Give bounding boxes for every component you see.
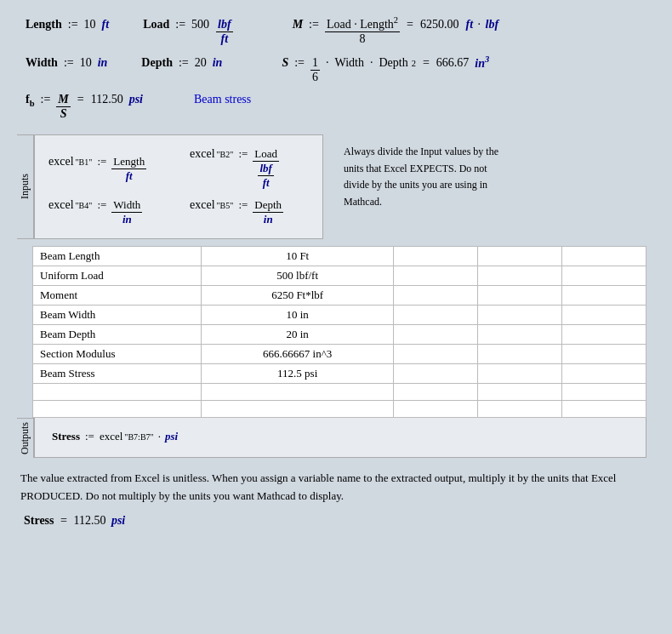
moment-formula: M := Load · Length2 8 = 6250.00 ft · lbf xyxy=(293,15,498,46)
bottom-text: The value extracted from Excel is unitle… xyxy=(17,470,655,505)
excel-b5: excel "B5" := Depth in xyxy=(190,198,305,226)
fb-eq: = xyxy=(77,93,84,106)
outputs-right-spacer xyxy=(646,418,655,458)
bottom-val: 112.50 xyxy=(73,514,105,527)
row-label: Beam Length xyxy=(33,247,202,266)
s-depth: Depth xyxy=(379,56,407,70)
excel-b2: excel "B2" := Load lbf ft xyxy=(190,147,305,190)
row-value xyxy=(394,345,478,364)
depth-formula: Depth := 20 in xyxy=(141,56,222,70)
inputs-box: excel "B1" := Length ft excel "B2" := xyxy=(34,134,323,239)
bottom-stress-label: Stress xyxy=(24,514,54,527)
load-assign: := xyxy=(175,18,185,31)
s-unit: in3 xyxy=(475,54,489,71)
row-label: Section Modulus xyxy=(33,345,202,364)
excel-b2-frac: Load lbf ft xyxy=(253,147,279,190)
excel-b2-name: excel xyxy=(190,147,215,161)
fb-label: fb xyxy=(26,93,35,108)
length-unit: ft xyxy=(102,18,110,31)
moment-label: M xyxy=(293,18,303,31)
depth-unit: in xyxy=(213,56,223,70)
row-value xyxy=(562,247,646,266)
moment-denominator: 8 xyxy=(357,32,367,46)
inputs-and-note: Inputs excel "B1" := Length ft xyxy=(17,134,655,239)
row-label xyxy=(33,401,202,418)
row-value xyxy=(478,345,562,364)
length-formula: Length := 10 ft xyxy=(26,18,109,31)
excel-b4-frac: Width in xyxy=(111,198,142,226)
width-assign: := xyxy=(64,56,74,70)
fb-assign: := xyxy=(41,93,51,106)
row-value xyxy=(562,345,646,364)
length-assign: := xyxy=(68,18,78,31)
beam-stress-label: Beam stress xyxy=(194,93,251,106)
table-section: Beam Length10 FtUniform Load500 lbf/ftMo… xyxy=(17,246,655,418)
load-unit-frac: lbf ft xyxy=(216,18,233,46)
table-row: Beam Depth20 in xyxy=(33,325,646,345)
note-box: Always divide the Input values by the un… xyxy=(332,134,519,239)
table-row: Beam Width10 in xyxy=(33,306,646,325)
row-value: 20 in xyxy=(202,325,394,345)
table-left-spacer xyxy=(17,246,32,418)
moment-assign: := xyxy=(309,18,319,31)
outputs-stress-formula: Stress := excel "B7:B7" · psi xyxy=(52,430,178,443)
length-label: Length xyxy=(26,18,62,31)
excel-b5-frac: Depth in xyxy=(253,198,283,226)
table-row: Beam Length10 Ft xyxy=(33,247,646,266)
row-value xyxy=(394,325,478,345)
s-eq: = xyxy=(423,56,430,70)
load-unit-den: ft xyxy=(219,32,231,46)
stress-sub: "B7:B7" xyxy=(124,432,153,442)
moment-frac: Load · Length2 8 xyxy=(325,15,400,46)
stress-label: Stress xyxy=(52,430,80,443)
left-panel: Inputs excel "B1" := Length ft xyxy=(17,134,655,458)
table-row: Beam Stress112.5 psi xyxy=(33,364,646,384)
row-value: 10 in xyxy=(202,306,394,325)
note-text: Always divide the Input values by the un… xyxy=(344,146,498,208)
row-value xyxy=(478,266,562,286)
excel-b4-sub: "B4" xyxy=(76,201,93,210)
s-formula: S := 1 6 · Width · Depth2 = 666.67 in3 xyxy=(282,54,489,85)
row-value xyxy=(478,286,562,306)
bottom-formula: Stress = 112.50 psi xyxy=(17,514,655,528)
row-value xyxy=(394,364,478,384)
row-value: 500 lbf/ft xyxy=(202,266,394,286)
row-value: 10 Ft xyxy=(202,247,394,266)
fb-num: M xyxy=(56,93,70,107)
excel-b5-sub: "B5" xyxy=(217,201,234,210)
row-value xyxy=(394,247,478,266)
row-value xyxy=(478,384,562,401)
fb-den: S xyxy=(59,107,69,121)
row-label: Beam Width xyxy=(33,306,202,325)
excel-b4: excel "B4" := Width in xyxy=(48,198,164,226)
row-value xyxy=(394,266,478,286)
row-value xyxy=(478,325,562,345)
depth-assign: := xyxy=(179,56,189,70)
outputs-rotated-label: Outputs xyxy=(17,418,34,458)
top-row-3: fb := M S = 112.50 psi Beam stress xyxy=(26,93,646,121)
excel-b4-name: excel xyxy=(48,198,74,212)
fb-unit: psi xyxy=(129,93,143,106)
s-label: S xyxy=(282,56,288,70)
excel-b1-frac: Length ft xyxy=(111,155,146,183)
row-value xyxy=(562,325,646,345)
row-label: Beam Stress xyxy=(33,364,202,384)
excel-b1-sub: "B1" xyxy=(76,157,93,167)
table-row xyxy=(33,384,646,401)
depth-val: 20 xyxy=(195,56,207,70)
table-row: Moment6250 Ft*lbf xyxy=(33,286,646,306)
row-value: 6250 Ft*lbf xyxy=(202,286,394,306)
row-value xyxy=(562,266,646,286)
inputs-grid: excel "B1" := Length ft excel "B2" := xyxy=(48,147,305,226)
fb-val: 112.50 xyxy=(91,93,123,106)
width-formula: Width := 10 in xyxy=(26,56,107,70)
row-value xyxy=(478,401,562,418)
row-value: 666.66667 in^3 xyxy=(202,345,394,364)
row-label: Moment xyxy=(33,286,202,306)
excel-b5-name: excel xyxy=(190,198,215,212)
bottom-paragraph: The value extracted from Excel is unitle… xyxy=(20,470,652,505)
table-right-spacer xyxy=(646,246,655,418)
row-value xyxy=(394,306,478,325)
row-value xyxy=(394,401,478,418)
load-label: Load xyxy=(143,18,169,31)
